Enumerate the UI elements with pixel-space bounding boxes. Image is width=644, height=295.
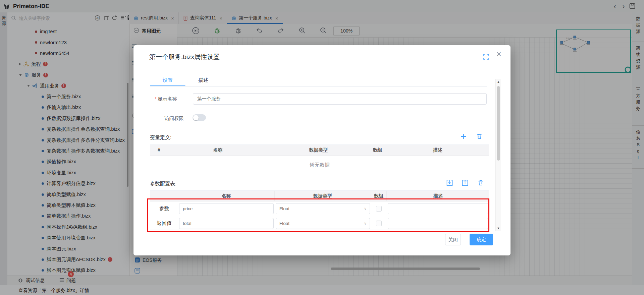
access-label: 访问权限 <box>164 115 184 122</box>
fullscreen-icon[interactable] <box>483 54 489 60</box>
param-category-label: 参数 <box>150 201 178 216</box>
param-desc-field <box>388 203 488 214</box>
scroll-down-icon[interactable]: ▼ <box>496 227 501 230</box>
close-button[interactable]: 关闭 <box>445 234 461 245</box>
variables-section-label: 变量定义: <box>150 134 171 141</box>
column-header <box>150 191 178 201</box>
param-desc-input[interactable] <box>388 206 488 211</box>
param-row: 返回值Float∨ <box>150 216 489 230</box>
param-name-input[interactable] <box>179 206 273 211</box>
add-variable-icon[interactable] <box>460 133 467 140</box>
column-header: 描述 <box>387 191 489 201</box>
param-row: 参数Float∨ <box>150 201 489 216</box>
column-header: 数据类型 <box>275 191 371 201</box>
dialog-tabs: 设置描述 <box>150 75 221 86</box>
param-name-field <box>179 218 274 229</box>
params-table-header: 名称数据类型数组描述 <box>150 191 489 201</box>
param-type-value: Float <box>276 206 364 211</box>
confirm-button[interactable]: 确定 <box>470 234 493 245</box>
param-desc-field <box>388 218 488 229</box>
variables-empty-text: 暂无数据 <box>150 156 489 174</box>
dialog-tab[interactable]: 描述 <box>185 75 221 86</box>
column-header: 数据类型 <box>268 145 369 155</box>
display-name-field <box>193 93 487 105</box>
access-toggle[interactable] <box>193 114 206 121</box>
param-name-field <box>179 203 274 214</box>
column-header: 数组 <box>371 191 387 201</box>
toggle-knob <box>193 115 199 120</box>
column-header: 名称 <box>178 191 275 201</box>
display-name-input[interactable] <box>193 94 486 104</box>
dialog-tab[interactable]: 设置 <box>150 75 185 86</box>
properties-dialog: 第一个服务.bizx属性设置 × 设置描述 *显示名称 访问权限 变量定义: #… <box>133 45 511 255</box>
scroll-up-icon[interactable]: ▲ <box>496 80 501 83</box>
chevron-down-icon: ∨ <box>364 221 367 226</box>
variables-table-header: #名称数据类型数组描述 <box>150 145 489 156</box>
variables-table: #名称数据类型数组描述 暂无数据 <box>150 144 489 174</box>
import-params-icon[interactable] <box>446 179 453 186</box>
array-checkbox[interactable] <box>376 221 382 226</box>
param-name-input[interactable] <box>179 221 273 226</box>
tab-separator <box>150 86 487 86</box>
scrollbar-thumb[interactable] <box>497 86 500 161</box>
export-params-icon[interactable] <box>462 179 469 186</box>
column-header: # <box>150 145 168 155</box>
params-section-label: 参数配置表: <box>150 181 176 187</box>
param-type-select[interactable]: Float∨ <box>276 218 370 229</box>
param-desc-input[interactable] <box>388 221 488 226</box>
param-category-label: 返回值 <box>150 216 178 230</box>
primeton-ide-window: Primeton-IDE ‹ › 资源 AI <box>0 0 644 295</box>
delete-param-icon[interactable] <box>478 180 484 186</box>
delete-variable-icon[interactable] <box>476 133 482 139</box>
dialog-scrollbar[interactable]: ▲ ▼ <box>495 79 501 231</box>
param-type-value: Float <box>276 221 364 226</box>
params-table-body: 参数Float∨返回值Float∨ <box>150 201 489 230</box>
dialog-title: 第一个服务.bizx属性设置 <box>149 53 220 61</box>
display-name-label: *显示名称 <box>155 96 177 102</box>
close-icon[interactable]: × <box>496 50 501 58</box>
array-checkbox[interactable] <box>376 206 382 212</box>
column-header: 描述 <box>386 145 489 155</box>
required-asterisk: * <box>155 96 157 102</box>
params-table: 名称数据类型数组描述 参数Float∨返回值Float∨ <box>150 190 489 230</box>
param-type-select[interactable]: Float∨ <box>276 203 370 214</box>
column-header: 名称 <box>168 145 268 155</box>
column-header: 数组 <box>369 145 386 155</box>
chevron-down-icon: ∨ <box>364 206 367 211</box>
